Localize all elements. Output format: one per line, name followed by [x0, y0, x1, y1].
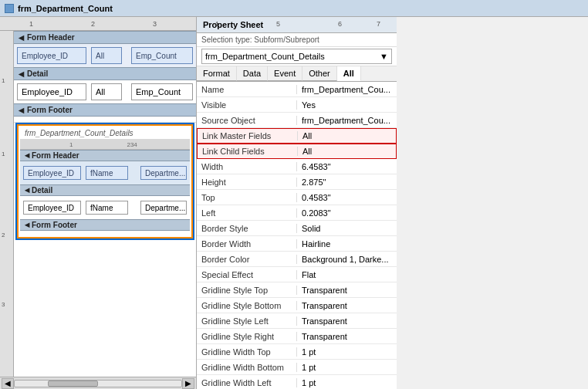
ps-prop-name: Name	[197, 85, 297, 94]
subform-name-label: frm_Department_Count_Details	[20, 127, 190, 139]
ps-property-row[interactable]: Gridline Width Bottom1 pt	[197, 360, 397, 375]
inner-detail-department[interactable]: Departme...	[140, 201, 187, 215]
ps-object-name: frm_Department_Count_Details	[205, 52, 325, 61]
tab-other[interactable]: Other	[302, 66, 337, 81]
header-emp-count[interactable]: Emp_Count	[131, 47, 193, 64]
main-window: frm_Department_Count 1 2 3 4 5 6 7 1 1 2	[0, 0, 588, 389]
window-title: frm_Department_Count	[18, 4, 113, 13]
ps-prop-name: Left	[197, 208, 297, 218]
ps-prop-value: Flat	[297, 270, 397, 279]
window-icon	[5, 4, 14, 13]
header-employee-id[interactable]: Employee_ID	[17, 47, 86, 64]
ps-property-row[interactable]: Width6.4583"	[197, 159, 397, 174]
scroll-track[interactable]	[14, 380, 182, 387]
inner-footer-label: Form Footer	[32, 221, 77, 229]
ps-prop-name: Link Child Fields	[198, 147, 298, 156]
dropdown-arrow-icon: ▼	[380, 52, 388, 61]
form-footer-label: Form Footer	[27, 106, 73, 114]
ps-property-row[interactable]: Border WidthHairline	[197, 236, 397, 252]
inner-detail-fname[interactable]: fName	[86, 201, 128, 215]
ps-prop-name: Border Width	[197, 239, 297, 249]
ps-property-row[interactable]: Gridline Width Left1 pt	[197, 375, 397, 389]
ps-prop-value: 6.4583"	[297, 162, 397, 171]
inner-header-employee-id[interactable]: Employee_ID	[23, 166, 81, 180]
ps-property-row[interactable]: Left0.2083"	[197, 205, 397, 221]
inner-detail-label: Detail	[32, 186, 52, 194]
ps-title: Property Sheet	[197, 17, 397, 33]
ps-object-dropdown[interactable]: frm_Department_Count_Details ▼	[201, 49, 392, 64]
ps-prop-value: Background 1, Darke...	[297, 255, 397, 264]
bottom-scrollbar[interactable]: ◀ ▶	[0, 377, 196, 389]
ps-property-row[interactable]: Border ColorBackground 1, Darke...	[197, 252, 397, 267]
ps-prop-name: Border Color	[197, 255, 297, 264]
tab-format[interactable]: Format	[197, 66, 237, 81]
ps-property-row[interactable]: Source Objectfrm_Department_Cou...	[197, 113, 397, 128]
ps-property-row[interactable]: Gridline Style LeftTransparent	[197, 313, 397, 329]
inner-detail-band: ◀ Detail	[20, 184, 190, 196]
ps-prop-name: Gridline Style Bottom	[197, 301, 297, 310]
detail-employee-id[interactable]: Employee_ID	[17, 83, 86, 100]
ps-prop-value[interactable]: All	[298, 147, 396, 156]
inner-form-header-band: ◀ Form Header	[20, 150, 190, 161]
canvas-body: ◀ Form Header Employee_ID All Emp_Count …	[14, 31, 196, 377]
left-ruler: 1 1 2 3	[0, 31, 14, 377]
ps-prop-value[interactable]: All	[298, 131, 396, 140]
ps-property-row[interactable]: Border StyleSolid	[197, 221, 397, 236]
form-footer-content	[14, 117, 196, 123]
ps-property-row[interactable]: Gridline Width Top1 pt	[197, 344, 397, 360]
detail-emp-count[interactable]: Emp_Count	[131, 83, 193, 100]
scroll-right-btn[interactable]: ▶	[182, 378, 194, 389]
ps-prop-value: 0.2083"	[297, 208, 397, 218]
ps-prop-name: Gridline Width Left	[197, 378, 297, 387]
ps-prop-name: Gridline Width Bottom	[197, 363, 297, 372]
form-canvas: 1 1 2 3 ◀ Form Header Employee_ID All	[0, 31, 196, 377]
detail-content: Employee_ID All Emp_Count	[14, 80, 196, 103]
ps-property-row[interactable]: VisibleYes	[197, 97, 397, 113]
ps-prop-name: Gridline Style Right	[197, 332, 297, 341]
ps-prop-name: Top	[197, 193, 297, 202]
ps-property-row[interactable]: Namefrm_Department_Cou...	[197, 82, 397, 97]
detail-all[interactable]: All	[91, 83, 122, 100]
ps-property-row[interactable]: Top0.4583"	[197, 190, 397, 205]
inner-footer-content	[20, 231, 190, 235]
inner-header-fname[interactable]: fName	[86, 166, 128, 180]
ps-property-table: Namefrm_Department_Cou...VisibleYesSourc…	[197, 82, 397, 389]
ps-property-row[interactable]: Height2.875"	[197, 174, 397, 190]
scroll-thumb[interactable]	[48, 381, 98, 387]
detail-band: ◀ Detail	[14, 67, 196, 80]
ps-selection-row: Selection type: Subform/Subreport	[197, 33, 397, 47]
header-all[interactable]: All	[91, 47, 122, 64]
ps-property-row[interactable]: Gridline Style TopTransparent	[197, 282, 397, 298]
top-ruler: 1 2 3 4 5 6 7	[0, 17, 196, 31]
ps-prop-value: Hairline	[297, 239, 397, 249]
ps-prop-value: 1 pt	[297, 378, 397, 387]
form-designer: 1 2 3 4 5 6 7 1 1 2 3	[0, 17, 196, 389]
tab-event[interactable]: Event	[268, 66, 302, 81]
subform-ruler: 1 2 3 4	[20, 139, 190, 150]
ps-prop-name: Gridline Style Left	[197, 316, 297, 326]
ps-property-row[interactable]: Special EffectFlat	[197, 267, 397, 282]
scroll-left-btn[interactable]: ◀	[2, 378, 14, 389]
form-header-band: ◀ Form Header	[14, 31, 196, 44]
ps-prop-value: 2.875"	[297, 178, 397, 187]
ps-prop-value: frm_Department_Cou...	[297, 85, 397, 94]
ps-prop-value: 1 pt	[297, 363, 397, 372]
ps-prop-value: Yes	[297, 100, 397, 110]
ps-property-row[interactable]: Link Child FieldsAll	[197, 144, 397, 159]
subform-container[interactable]: frm_Department_Count_Details 1 2 3 4	[17, 124, 193, 238]
inner-header-department[interactable]: Departme...	[140, 166, 187, 180]
ps-property-row[interactable]: Gridline Style BottomTransparent	[197, 298, 397, 313]
ps-prop-name: Width	[197, 162, 297, 171]
ps-property-row[interactable]: Link Master FieldsAll	[197, 128, 397, 144]
ps-property-row[interactable]: Gridline Style RightTransparent	[197, 329, 397, 344]
inner-header-content: Employee_ID fName Departme...	[20, 161, 190, 184]
inner-detail-employee-id[interactable]: Employee_ID	[23, 201, 81, 215]
tab-data[interactable]: Data	[237, 66, 268, 81]
ps-prop-value: 0.4583"	[297, 193, 397, 202]
form-header-content: Employee_ID All Emp_Count	[14, 44, 196, 67]
tab-all[interactable]: All	[337, 66, 361, 81]
inner-form: ◀ Form Header Employee_ID fName Departme…	[20, 150, 190, 235]
ps-prop-value: Transparent	[297, 332, 397, 341]
form-footer-band: ◀ Form Footer	[14, 103, 196, 117]
property-sheet: Property Sheet Selection type: Subform/S…	[196, 17, 397, 389]
